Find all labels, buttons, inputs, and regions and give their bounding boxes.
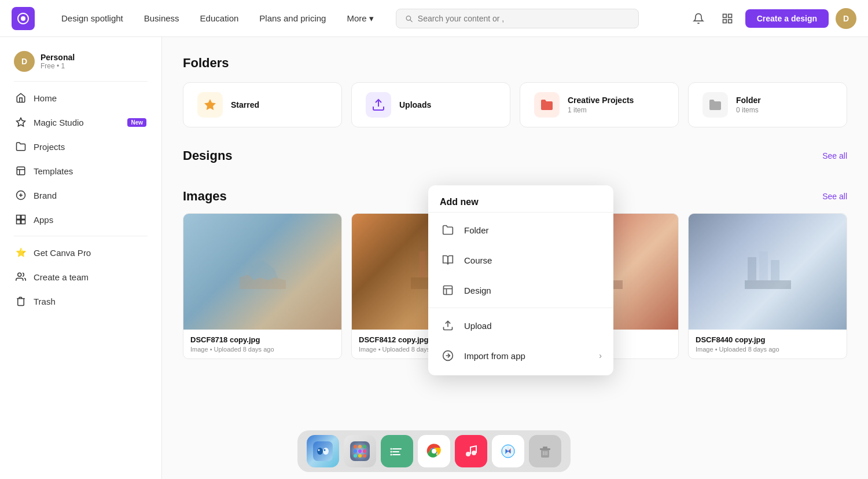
svg-point-44 [432,449,436,454]
svg-point-40 [391,454,392,456]
svg-rect-36 [392,451,399,452]
svg-point-32 [358,454,362,458]
dropdown-item-upload[interactable]: Upload [428,310,613,341]
svg-point-29 [358,449,362,453]
dropdown-upload-icon [440,317,456,334]
dock-music[interactable] [455,435,487,467]
trash-dock-icon [535,441,555,461]
dropdown-divider [428,308,613,308]
svg-point-22 [318,449,320,451]
finder-icon [313,441,333,461]
dropdown-course-icon [440,252,456,268]
dropdown-item-design[interactable]: Design [428,275,613,305]
svg-rect-35 [392,448,402,449]
dock [297,430,571,472]
svg-rect-57 [540,448,550,450]
svg-point-46 [466,452,470,456]
add-new-dropdown: Add new Folder Course Design [428,185,613,375]
svg-point-47 [472,451,476,455]
dropdown-item-folder[interactable]: Folder [428,215,613,245]
import-chevron-icon: › [599,351,602,360]
dropdown-title: Add new [428,190,613,213]
dock-finder[interactable] [307,435,339,467]
svg-rect-17 [444,286,453,295]
svg-point-28 [354,449,357,453]
svg-point-30 [363,449,366,453]
dropdown-item-import[interactable]: Import from app › [428,341,613,371]
svg-point-27 [363,445,366,448]
dropdown-design-label: Design [464,286,491,295]
dropdown-import-label: Import from app [464,351,525,361]
dock-trash[interactable] [529,435,561,467]
svg-point-38 [391,448,392,450]
svg-point-20 [317,448,323,455]
svg-point-21 [323,448,329,455]
dock-launchpad[interactable] [344,435,376,467]
safari-icon [498,441,518,461]
dropdown-design-icon [440,282,456,298]
svg-point-31 [354,454,357,458]
dropdown-upload-label: Upload [464,321,492,331]
dropdown-item-course[interactable]: Course [428,245,613,275]
dock-safari[interactable] [492,435,524,467]
chrome-icon [424,441,444,461]
svg-point-25 [354,445,357,448]
svg-point-39 [391,451,392,453]
dock-reminders[interactable] [381,435,413,467]
svg-point-23 [324,449,326,451]
svg-rect-58 [543,447,547,448]
dropdown-folder-label: Folder [464,225,489,235]
dropdown-folder-icon [440,222,456,238]
svg-point-26 [358,445,362,448]
music-icon [461,441,481,461]
dock-chrome[interactable] [418,435,450,467]
dropdown-course-label: Course [464,255,492,265]
svg-point-33 [363,454,366,458]
svg-rect-37 [392,454,400,455]
reminders-icon [387,441,407,461]
dropdown-import-icon [440,348,456,364]
launchpad-icon [350,441,370,461]
